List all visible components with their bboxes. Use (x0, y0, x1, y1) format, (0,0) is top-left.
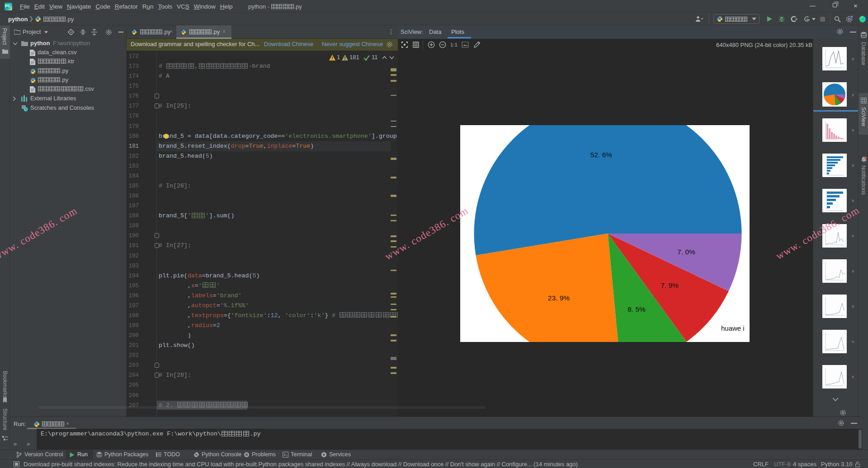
svg-text:7. 0%: 7. 0% (677, 248, 695, 256)
svg-text:8. 5%: 8. 5% (627, 305, 646, 313)
svg-text:23. 9%: 23. 9% (548, 294, 570, 302)
svg-text:52. 6%: 52. 6% (590, 151, 612, 159)
svg-text:7. 9%: 7. 9% (660, 281, 679, 289)
svg-text:huawe i: huawe i (721, 324, 745, 332)
